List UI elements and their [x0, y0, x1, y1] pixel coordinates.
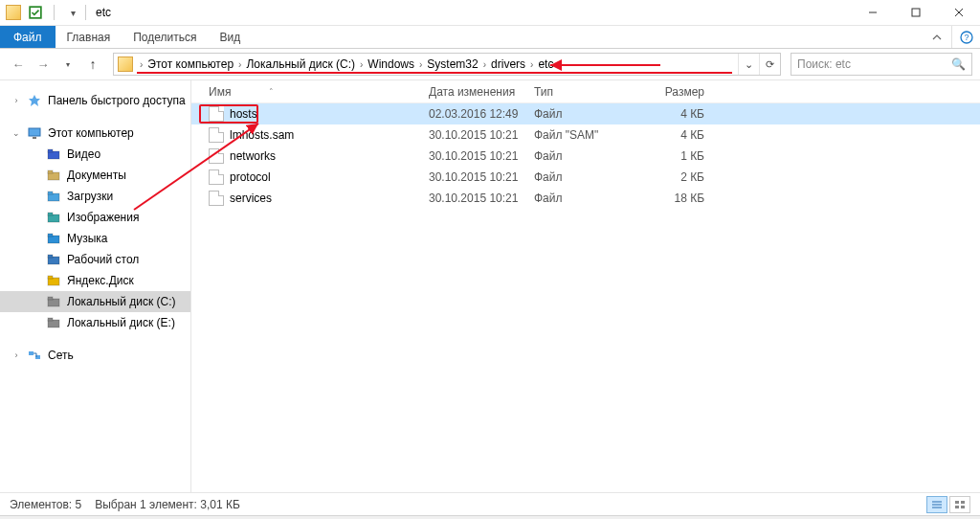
column-date[interactable]: Дата изменения [423, 85, 528, 99]
status-elements: Элементов: 5 [10, 498, 81, 511]
help-button[interactable]: ? [951, 26, 980, 48]
sidebar-label: Этот компьютер [48, 126, 134, 140]
quick-access-toolbar: ▾ [29, 5, 79, 20]
star-icon [27, 93, 42, 108]
folder-icon [46, 315, 61, 330]
title-bar: ▾ etc [0, 0, 980, 26]
sidebar-item-label: Видео [67, 147, 100, 161]
breadcrumb-item[interactable]: drivers [489, 57, 527, 71]
file-row[interactable]: protocol 30.10.2015 10:21 Файл 2 КБ [191, 167, 980, 188]
sidebar-item-label: Документы [67, 169, 126, 182]
file-row[interactable]: hosts 02.03.2016 12:49 Файл 4 КБ [191, 103, 980, 124]
sidebar-item[interactable]: Музыка [0, 228, 190, 249]
view-details-button[interactable] [926, 496, 947, 513]
svg-rect-25 [48, 297, 53, 300]
qat-properties-icon[interactable] [29, 6, 42, 19]
sidebar-item-label: Музыка [67, 232, 107, 245]
breadcrumb-item[interactable]: Локальный диск (C:) [244, 57, 357, 71]
breadcrumb-item[interactable]: Windows [366, 57, 416, 71]
window-title: etc [96, 6, 111, 19]
sidebar-item[interactable]: Загрузки [0, 186, 190, 207]
chevron-right-icon[interactable]: › [11, 96, 21, 105]
sidebar-item[interactable]: Локальный диск (C:) [0, 291, 190, 312]
sidebar-quick-access[interactable]: › Панель быстрого доступа [0, 90, 190, 111]
history-dropdown[interactable]: ▾ [57, 54, 78, 75]
svg-rect-36 [961, 501, 965, 504]
file-date: 30.10.2015 10:21 [423, 170, 528, 184]
column-type[interactable]: Тип [528, 85, 634, 99]
file-date: 30.10.2015 10:21 [423, 149, 528, 163]
file-tab[interactable]: Файл [0, 26, 56, 48]
sidebar-item-label: Локальный диск (C:) [67, 295, 176, 308]
svg-rect-38 [961, 506, 965, 508]
status-bar: Элементов: 5 Выбран 1 элемент: 3,01 КБ [0, 492, 980, 515]
maximize-button[interactable] [894, 0, 937, 26]
file-date: 30.10.2015 10:21 [423, 128, 528, 142]
svg-rect-27 [48, 318, 53, 321]
address-bar[interactable]: › Этот компьютер › Локальный диск (C:) ›… [113, 53, 781, 76]
sidebar-item[interactable]: Яндекс.Диск [0, 270, 190, 291]
file-type: Файл [528, 192, 634, 205]
ribbon-tabs: Файл Главная Поделиться Вид ? [0, 26, 980, 49]
file-name: networks [230, 149, 276, 163]
status-selected: Выбран 1 элемент: 3,01 КБ [95, 498, 240, 511]
sidebar-item[interactable]: Рабочий стол [0, 249, 190, 270]
file-size: 4 КБ [634, 107, 710, 121]
folder-icon [46, 273, 61, 288]
breadcrumb-item[interactable]: System32 [425, 57, 479, 71]
column-name[interactable]: Имя˄ [203, 85, 423, 99]
file-date: 02.03.2016 12:49 [423, 107, 528, 121]
sidebar-item[interactable]: Изображения [0, 207, 190, 228]
address-folder-icon [118, 56, 133, 72]
file-row[interactable]: lmhosts.sam 30.10.2015 10:21 Файл "SAM" … [191, 124, 980, 146]
svg-rect-19 [48, 234, 53, 237]
svg-rect-2 [912, 9, 920, 16]
tab-view[interactable]: Вид [208, 26, 252, 48]
forward-button[interactable]: → [33, 54, 54, 75]
breadcrumb-item[interactable]: Этот компьютер [145, 57, 235, 71]
svg-marker-7 [29, 95, 40, 106]
breadcrumb-sep: › [137, 59, 145, 70]
sidebar-network[interactable]: › Сеть [0, 345, 190, 366]
file-size: 1 КБ [634, 149, 710, 163]
sidebar-label: Сеть [48, 349, 74, 362]
sidebar-item[interactable]: Видео [0, 144, 190, 165]
chevron-down-icon[interactable]: ⌄ [11, 128, 21, 138]
svg-rect-13 [48, 170, 53, 173]
svg-rect-21 [48, 255, 53, 258]
back-button[interactable]: ← [8, 54, 29, 75]
sidebar-this-pc[interactable]: ⌄ Этот компьютер [0, 123, 190, 144]
network-icon [27, 348, 42, 363]
file-type: Файл [528, 170, 634, 184]
svg-rect-8 [29, 128, 40, 136]
breadcrumb-item[interactable]: etc [536, 57, 555, 71]
sidebar-item-label: Рабочий стол [67, 253, 139, 266]
file-icon [209, 127, 224, 143]
file-row[interactable]: networks 30.10.2015 10:21 Файл 1 КБ [191, 146, 980, 167]
minimize-button[interactable] [851, 0, 894, 26]
folder-icon [46, 210, 61, 225]
refresh-button[interactable]: ⟳ [759, 54, 780, 75]
close-button[interactable] [937, 0, 980, 26]
svg-rect-15 [48, 192, 53, 194]
sidebar-item-label: Локальный диск (E:) [67, 316, 175, 329]
ribbon-expand-icon[interactable] [923, 26, 951, 48]
file-icon [209, 169, 224, 185]
tab-share[interactable]: Поделиться [122, 26, 208, 48]
tab-home[interactable]: Главная [56, 26, 122, 48]
svg-rect-35 [955, 501, 959, 504]
sidebar-item-label: Загрузки [67, 190, 113, 203]
sidebar-item[interactable]: Локальный диск (E:) [0, 312, 190, 333]
svg-rect-9 [33, 137, 36, 139]
search-input[interactable]: Поиск: etc 🔍 [791, 53, 972, 76]
column-size[interactable]: Размер [634, 85, 710, 99]
qat-dropdown-icon[interactable]: ▾ [66, 6, 79, 19]
file-row[interactable]: services 30.10.2015 10:21 Файл 18 КБ [191, 188, 980, 209]
sidebar-label: Панель быстрого доступа [48, 94, 186, 107]
sidebar-item[interactable]: Документы [0, 165, 190, 186]
monitor-icon [27, 125, 42, 141]
address-dropdown-icon[interactable]: ⌄ [738, 54, 759, 75]
chevron-right-icon[interactable]: › [11, 350, 21, 360]
view-large-icons-button[interactable] [949, 496, 970, 513]
up-button[interactable]: ↑ [82, 54, 103, 75]
